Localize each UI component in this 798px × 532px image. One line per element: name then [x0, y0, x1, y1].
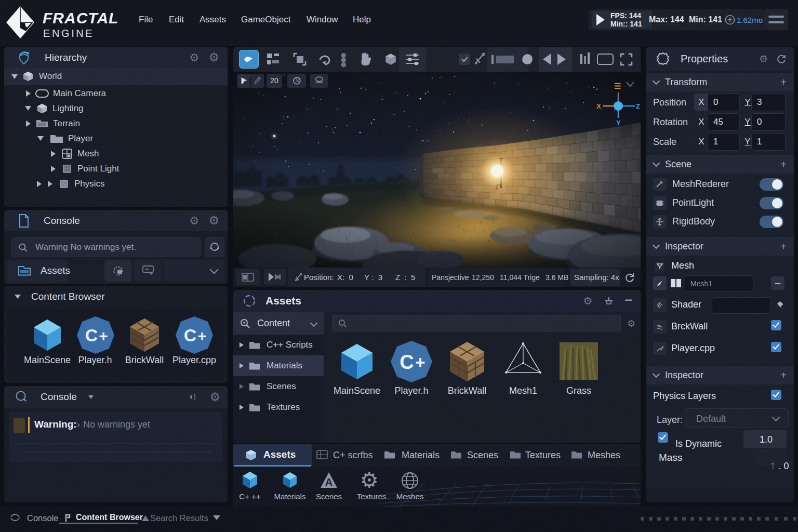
svg-text:+: + — [415, 353, 425, 372]
svg-text:C: C — [400, 351, 414, 373]
svg-text:☰: ☰ — [614, 82, 621, 90]
svg-text:C: C — [85, 325, 98, 345]
svg-text:C: C — [184, 325, 197, 345]
svg-text:Y: Y — [616, 119, 621, 127]
svg-text:+: + — [99, 327, 108, 344]
svg-text:Z: Z — [636, 102, 640, 110]
svg-text:+: + — [197, 327, 207, 344]
svg-text:X: X — [596, 102, 601, 110]
svg-text:A: A — [325, 476, 332, 488]
